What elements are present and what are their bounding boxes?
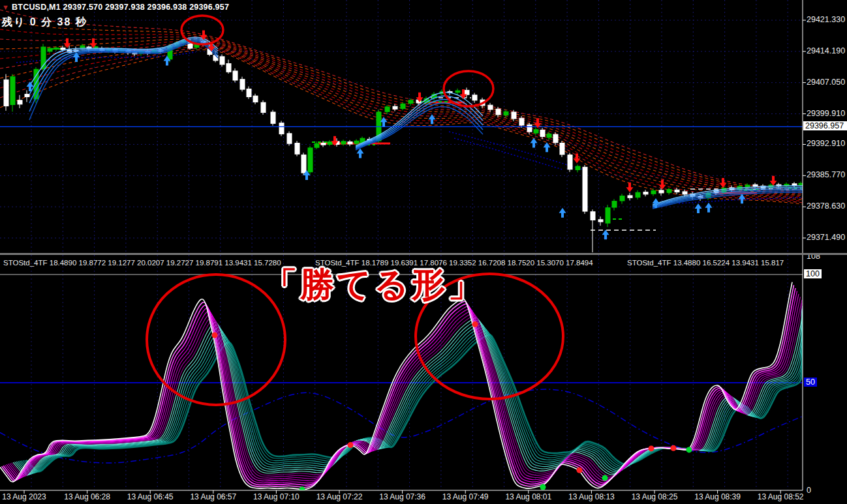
time-axis-label: 13 Aug 07:22 [303,492,375,501]
level-50-badge: 50 [804,378,817,387]
time-axis-label: 13 Aug 08:01 [493,492,564,501]
current-price-badge: 29396.957 [803,121,847,130]
price-axis-label: 29421.330 [807,15,845,24]
level-100-badge: 100 [804,269,822,278]
time-axis-label: 13 Aug 08:39 [682,492,754,501]
panel-separator[interactable] [0,253,847,255]
time-axis-label: 13 Aug 07:10 [240,492,312,501]
price-axis-label: 29414.190 [807,46,845,55]
time-axis-label: 13 Aug 07:49 [429,492,501,501]
time-axis-label: 13 Aug 08:25 [619,492,690,501]
candle-countdown-timer: 残り 0 分 38 秒 [2,16,87,29]
winning-shape-annotation: 「勝てる形」 [264,262,484,308]
price-axis-label: 29385.770 [807,170,845,179]
chart-title: ▼BTCUSD,M1 29397.570 29397.938 29396.938… [2,3,229,12]
time-axis-label: 13 Aug 08:13 [555,492,627,501]
price-axis-label: 29407.050 [807,78,845,87]
price-axis-label: 29392.910 [807,139,845,148]
chart-canvas[interactable] [0,0,847,504]
time-axis-label: 13 Aug 07:36 [367,492,439,501]
indicator-label-1: STOStd_4TF 18.4890 19.8772 19.1277 20.02… [3,259,281,267]
price-axis-label: 29371.490 [807,233,845,242]
time-axis-label: 13 Aug 06:45 [114,492,186,501]
indicator-label-3: STOStd_4TF 13.4880 16.5224 13.9431 15.81… [627,259,784,267]
chart-title-text: BTCUSD,M1 29397.570 29397.938 29396.938 … [12,3,229,12]
mt4-chart-window: ▼BTCUSD,M1 29397.570 29397.938 29396.938… [0,0,847,504]
symbol-dropdown-icon: ▼ [2,3,9,11]
price-axis-label: 29378.630 [807,201,845,211]
time-axis-label: 13 Aug 08:52 [745,492,816,501]
time-axis-label: 13 Aug 06:57 [177,492,249,501]
time-axis-label: 13 Aug 06:28 [52,492,123,501]
price-axis-label: 29399.910 [807,109,845,118]
